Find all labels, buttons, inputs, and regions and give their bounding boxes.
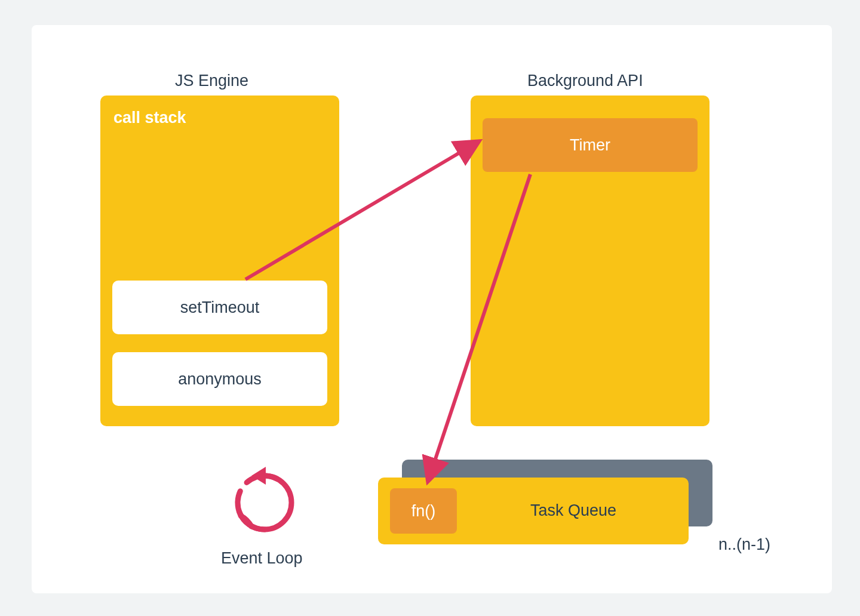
task-queue-label: Task Queue (530, 501, 616, 520)
task-queue-overflow-label: n..(n-1) (718, 535, 770, 554)
background-api-box: Timer (471, 96, 710, 426)
svg-point-1 (238, 476, 291, 529)
task-queue-bar: fn() Task Queue (378, 478, 689, 544)
diagram-canvas: JS Engine call stack setTimeout anonymou… (32, 25, 832, 593)
stack-item-anonymous: anonymous (112, 352, 327, 406)
event-loop-label: Event Loop (221, 549, 303, 568)
timer-box: Timer (483, 118, 698, 172)
js-engine-box: call stack setTimeout anonymous (100, 96, 339, 426)
background-api-title: Background API (527, 72, 643, 90)
call-stack-label: call stack (113, 109, 186, 127)
stack-item-settimeout: setTimeout (112, 281, 327, 334)
event-loop-icon (238, 467, 291, 529)
svg-marker-2 (251, 467, 266, 485)
fn-box: fn() (390, 488, 457, 534)
js-engine-title: JS Engine (175, 72, 248, 90)
